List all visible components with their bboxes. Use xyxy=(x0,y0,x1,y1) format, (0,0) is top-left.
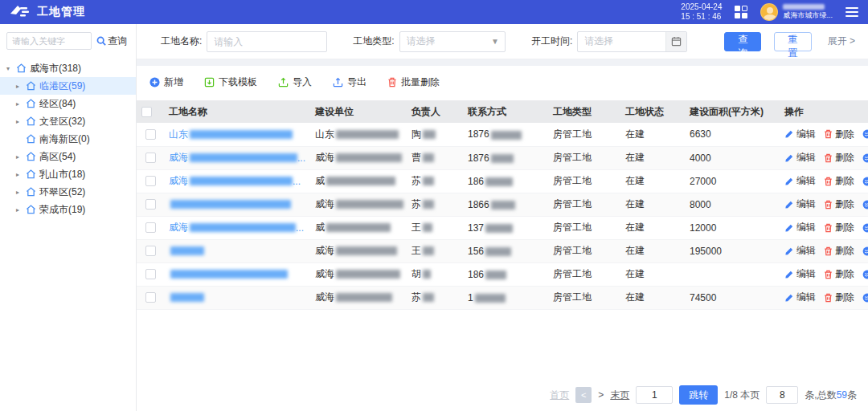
row-checkbox[interactable] xyxy=(145,269,156,279)
status-cell: 在建 xyxy=(620,193,685,216)
row-action-delete[interactable]: 删除 xyxy=(824,221,854,234)
row-checkbox[interactable] xyxy=(145,176,156,186)
row-checkbox[interactable] xyxy=(145,129,156,140)
filter-search-button[interactable]: 查询 xyxy=(724,32,761,51)
site-name-link[interactable] xyxy=(169,293,305,302)
row-action-dust[interactable]: 扬尘 xyxy=(862,174,868,188)
tree-item-4[interactable]: ▸ 高区(54) xyxy=(0,148,136,165)
row-action-delete[interactable]: 删除 xyxy=(824,128,854,141)
tree-item-5[interactable]: ▸ 乳山市(18) xyxy=(0,165,136,183)
row-action-edit[interactable]: 编辑 xyxy=(784,128,816,141)
calendar-icon[interactable] xyxy=(665,32,686,51)
row-action-delete[interactable]: 删除 xyxy=(824,174,854,188)
region-tree: ▾ 威海市(318) ▸ 临港区(59)▸ 经区(84)▸ 文登区(32) 南海… xyxy=(0,58,136,220)
tree-item-6[interactable]: ▸ 环翠区(52) xyxy=(0,183,136,201)
avatar[interactable] xyxy=(760,3,778,21)
prev-page-button[interactable]: < xyxy=(575,387,592,403)
toolbar-button-label: 新增 xyxy=(164,75,183,89)
select-all-checkbox[interactable] xyxy=(141,107,152,117)
redacted-text xyxy=(336,130,399,139)
tree-root-weihai[interactable]: ▾ 威海市(318) xyxy=(0,59,136,77)
tree-item-3[interactable]: 南海新区(0) xyxy=(0,130,136,148)
page-size-input[interactable] xyxy=(766,386,798,404)
row-action-edit[interactable]: 编辑 xyxy=(784,174,816,188)
caret-right-icon[interactable]: ▸ xyxy=(16,153,23,161)
row-action-delete[interactable]: 删除 xyxy=(824,197,854,211)
row-action-dust[interactable]: 扬尘 xyxy=(862,244,868,258)
row-action-edit[interactable]: 编辑 xyxy=(784,151,816,165)
tree-item-0[interactable]: ▸ 临港区(59) xyxy=(0,77,136,95)
toolbar-button-1[interactable]: 下载模板 xyxy=(204,75,257,89)
row-action-edit[interactable]: 编辑 xyxy=(784,291,816,304)
row-action-dust[interactable]: 扬尘 xyxy=(862,221,868,234)
row-action-delete[interactable]: 删除 xyxy=(824,267,854,281)
row-checkbox[interactable] xyxy=(145,246,156,256)
table-row: 山东山东陶1876房管工地在建6630编辑删除扬尘 xyxy=(137,123,868,146)
page-info: 1/8 本页 xyxy=(724,389,760,402)
caret-right-icon[interactable]: ▸ xyxy=(16,100,23,108)
row-action-dust[interactable]: 扬尘 xyxy=(862,291,868,304)
tree-item-2[interactable]: ▸ 文登区(32) xyxy=(0,112,136,130)
row-action-dust[interactable]: 扬尘 xyxy=(862,267,868,281)
toolbar-button-3[interactable]: 导出 xyxy=(333,75,366,89)
redacted-text xyxy=(190,177,293,185)
last-page-link[interactable]: 末页 xyxy=(610,389,629,402)
row-action-delete[interactable]: 删除 xyxy=(824,291,854,304)
first-page-link[interactable]: 首页 xyxy=(550,389,569,402)
next-page-button[interactable]: > xyxy=(598,389,604,401)
row-action-dust[interactable]: 扬尘 xyxy=(862,128,868,141)
row-action-edit[interactable]: 编辑 xyxy=(784,267,816,281)
phone-cell: 186 xyxy=(463,262,548,286)
site-name-link[interactable] xyxy=(169,246,305,255)
dust-icon xyxy=(862,153,868,163)
row-action-edit[interactable]: 编辑 xyxy=(784,244,816,258)
site-name-link[interactable]: 威海... xyxy=(169,221,305,234)
toolbar-button-0[interactable]: 新增 xyxy=(149,75,183,89)
tree-item-7[interactable]: ▸ 荣成市(19) xyxy=(0,201,136,218)
start-date-picker[interactable]: 请选择 xyxy=(577,31,687,52)
page-number-input[interactable] xyxy=(636,386,673,404)
plus-circle-icon xyxy=(149,77,160,87)
row-checkbox[interactable] xyxy=(145,153,156,163)
phone-cell: 137 xyxy=(463,216,548,239)
toolbar-button-2[interactable]: 导入 xyxy=(278,75,312,89)
filter-reset-button[interactable]: 重置 xyxy=(774,32,811,51)
redacted-text xyxy=(170,293,204,302)
site-type-select[interactable]: 请选择 ▼ xyxy=(399,31,506,52)
user-profile[interactable]: 威海市城市绿... xyxy=(760,3,833,21)
row-checkbox[interactable] xyxy=(145,199,156,210)
caret-right-icon[interactable]: ▸ xyxy=(16,118,23,125)
datetime-display: 2025-04-24 15 : 51 : 46 xyxy=(681,2,722,22)
expand-filters-link[interactable]: 展开 > xyxy=(828,35,855,48)
row-action-delete[interactable]: 删除 xyxy=(824,244,854,258)
row-action-edit[interactable]: 编辑 xyxy=(784,197,816,211)
sidebar-search-button[interactable]: 查询 xyxy=(96,35,127,48)
site-name-link[interactable]: 威海... xyxy=(169,174,305,188)
row-action-delete[interactable]: 删除 xyxy=(824,151,854,165)
site-name-link[interactable] xyxy=(169,200,305,209)
site-type-label: 工地类型: xyxy=(353,35,394,48)
apps-grid-icon[interactable] xyxy=(735,6,747,18)
row-checkbox[interactable] xyxy=(145,222,156,233)
row-action-dust[interactable]: 扬尘 xyxy=(862,197,868,211)
edit-icon xyxy=(784,129,794,139)
site-name-input[interactable] xyxy=(207,31,327,52)
status-cell: 在建 xyxy=(620,123,685,146)
row-action-dust[interactable]: 扬尘 xyxy=(862,151,868,165)
status-cell: 在建 xyxy=(620,239,685,262)
caret-right-icon[interactable]: ▸ xyxy=(16,189,23,196)
row-checkbox[interactable] xyxy=(145,292,156,303)
tree-item-1[interactable]: ▸ 经区(84) xyxy=(0,95,136,112)
jump-button[interactable]: 跳转 xyxy=(679,385,718,405)
site-name-link[interactable]: 山东 xyxy=(169,128,305,141)
site-name-link[interactable]: 威海... xyxy=(169,151,305,165)
caret-down-icon[interactable]: ▾ xyxy=(6,65,13,72)
caret-right-icon[interactable]: ▸ xyxy=(16,206,23,214)
keyword-search-input[interactable] xyxy=(6,32,92,50)
caret-right-icon[interactable]: ▸ xyxy=(16,171,23,178)
site-name-link[interactable] xyxy=(169,270,305,279)
row-action-edit[interactable]: 编辑 xyxy=(784,221,816,234)
menu-icon[interactable] xyxy=(845,7,858,17)
caret-right-icon[interactable]: ▸ xyxy=(16,83,23,90)
toolbar-button-4[interactable]: 批量删除 xyxy=(387,75,440,89)
